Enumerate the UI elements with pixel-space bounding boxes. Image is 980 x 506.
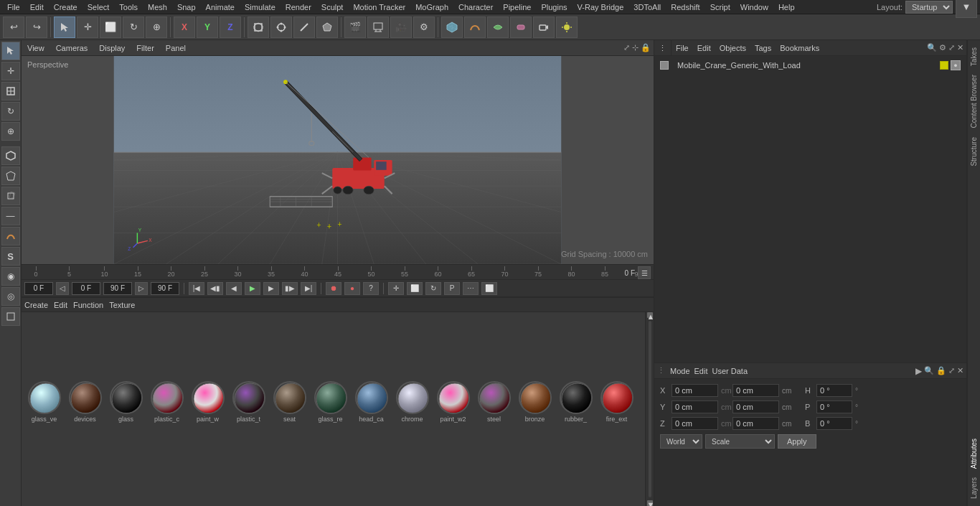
polygon-mode-button[interactable] (316, 17, 338, 38)
menu-sculpt[interactable]: Sculpt (317, 1, 348, 13)
tab-structure[interactable]: Structure (969, 133, 979, 171)
tab-objects-edit[interactable]: Edit (693, 40, 715, 55)
current-frame-input[interactable]: 0 F (24, 282, 53, 295)
vp-menu-view[interactable]: View (24, 42, 47, 54)
edge-mode-button[interactable] (293, 17, 315, 38)
mat-item-plastic_c[interactable]: plastic_c (147, 381, 187, 423)
scale-tool-button[interactable]: ⬜ (100, 17, 121, 38)
attrs-arrow-icon[interactable]: ▶ (915, 366, 922, 376)
apply-button[interactable]: Apply (778, 434, 816, 449)
mat-item-steel[interactable]: steel (474, 381, 514, 423)
attrs-expand-icon[interactable]: ⤢ (948, 366, 955, 375)
render-view-button[interactable] (367, 17, 389, 38)
tool-poly-pen[interactable] (1, 146, 20, 165)
tab-objects-objects[interactable]: Objects (715, 40, 750, 55)
render-button[interactable]: 🎥 (390, 17, 412, 38)
light-button[interactable] (556, 17, 578, 38)
next-frame-btn[interactable]: ▶ (263, 282, 279, 295)
camera-button[interactable] (533, 17, 555, 38)
ruler-track[interactable]: 051015202530354045505560657075808590 (22, 265, 654, 278)
menu-window[interactable]: Window (736, 1, 773, 13)
move-keys-btn[interactable]: ✛ (388, 282, 404, 295)
goto-start-btn[interactable]: |◀ (189, 282, 204, 295)
attrs-lock-icon[interactable]: 🔒 (936, 366, 946, 375)
object-mode-button[interactable] (248, 17, 269, 38)
select-tool-button[interactable] (54, 17, 75, 38)
key-mode-btn[interactable]: ⬜ (481, 282, 497, 295)
attrs-menu-userdata[interactable]: User Data (712, 367, 748, 375)
menu-script[interactable]: Script (706, 1, 735, 13)
mat-item-rubber_[interactable]: rubber_ (556, 381, 595, 423)
menu-motion-tracker[interactable]: Motion Tracker (349, 1, 410, 13)
tool-bp[interactable] (1, 307, 20, 326)
menu-render[interactable]: Render (281, 1, 316, 13)
mat-menu-create[interactable]: Create (24, 301, 48, 309)
menu-redshift[interactable]: Redshift (666, 1, 704, 13)
coord-b-val[interactable] (816, 417, 852, 430)
help-btn[interactable]: ? (363, 282, 379, 295)
tab-file[interactable]: ⋮ (654, 40, 672, 55)
tool-live-selection[interactable] (1, 42, 20, 60)
render-settings-button[interactable]: ⚙ (413, 17, 435, 38)
mat-item-head_ca[interactable]: head_ca (352, 381, 391, 423)
menu-pipeline[interactable]: Pipeline (499, 1, 535, 13)
vp-menu-cameras[interactable]: Cameras (53, 42, 91, 54)
obj-settings-icon[interactable]: ⚙ (939, 43, 946, 52)
tab-takes[interactable]: Takes (969, 43, 979, 70)
mat-item-chrome[interactable]: chrome (392, 381, 432, 423)
menu-plugins[interactable]: Plugins (537, 1, 571, 13)
world-dropdown[interactable]: World Local Object (660, 434, 702, 449)
rotate-keys-btn[interactable]: ↻ (425, 282, 441, 295)
mat-item-paint_w2[interactable]: paint_w2 (433, 381, 473, 423)
timeline-menu-btn[interactable]: ☰ (638, 266, 651, 279)
tab-attributes[interactable]: Attributes (969, 434, 979, 473)
scale-dropdown[interactable]: Scale Absolute Scale (705, 434, 775, 449)
tab-layers[interactable]: Layers (969, 473, 979, 503)
materials-scrollbar[interactable]: ▲ ▼ (645, 312, 654, 506)
mat-menu-function[interactable]: Function (73, 301, 103, 309)
tool-paint[interactable]: ◎ (1, 287, 20, 306)
tool-edge-cut[interactable] (1, 167, 20, 185)
menu-edit[interactable]: Edit (26, 1, 48, 13)
coord-y-val2[interactable] (732, 400, 779, 413)
menu-snap[interactable]: Snap (173, 1, 200, 13)
undo-button[interactable]: ↩ (3, 17, 24, 38)
tool-scale[interactable] (1, 82, 20, 100)
menu-create[interactable]: Create (50, 1, 82, 13)
tool-transform[interactable]: ⊕ (1, 122, 20, 141)
menu-mesh[interactable]: Mesh (143, 1, 171, 13)
coord-z-val2[interactable] (732, 417, 779, 430)
point-mode-button[interactable] (270, 17, 292, 38)
next-frame-arrow[interactable]: ▷ (135, 282, 148, 295)
prev-key-btn[interactable]: ◀▮ (207, 282, 223, 295)
mat-item-seat[interactable]: seat (270, 381, 309, 423)
tool-move[interactable]: ✛ (1, 62, 20, 80)
tool-rotate[interactable]: ↻ (1, 102, 20, 121)
mat-item-glass[interactable]: glass (106, 381, 146, 423)
tab-content-browser[interactable]: Content Browser (969, 70, 979, 132)
prev-frame-arrow[interactable]: ◁ (56, 282, 69, 295)
timeline-ruler[interactable]: 051015202530354045505560657075808590 0 F… (22, 264, 654, 280)
zaxis-button[interactable]: Z (220, 17, 241, 38)
attrs-menu-mode[interactable]: Mode (670, 367, 690, 375)
vp-icon-lock[interactable]: 🔒 (641, 43, 651, 52)
obj-search-icon[interactable]: 🔍 (927, 43, 937, 52)
menu-select[interactable]: Select (83, 1, 114, 13)
mat-item-paint_w[interactable]: paint_w (188, 381, 227, 423)
menu-simulate[interactable]: Simulate (240, 1, 280, 13)
cube-button[interactable] (441, 17, 463, 38)
scrollbar-down[interactable]: ▼ (647, 500, 653, 506)
obj-expand-icon[interactable]: ⤢ (948, 43, 955, 52)
menu-mograph[interactable]: MoGraph (411, 1, 453, 13)
layout-arrow-btn[interactable]: ▼ (956, 0, 977, 18)
vp-menu-panel[interactable]: Panel (163, 42, 189, 54)
object-item-crane[interactable]: Mobile_Crane_Generic_With_Load ● (657, 59, 963, 72)
obj-vis-icon[interactable]: ● (951, 60, 961, 70)
menu-animate[interactable]: Animate (202, 1, 239, 13)
vp-menu-display[interactable]: Display (96, 42, 128, 54)
next-key-btn[interactable]: ▮▶ (282, 282, 298, 295)
start-frame-input[interactable]: 0 F (72, 282, 100, 295)
coord-z-val1[interactable] (672, 417, 718, 430)
scale-keys-btn[interactable]: ⬜ (407, 282, 423, 295)
attrs-grip[interactable]: ⋮ (657, 366, 666, 375)
